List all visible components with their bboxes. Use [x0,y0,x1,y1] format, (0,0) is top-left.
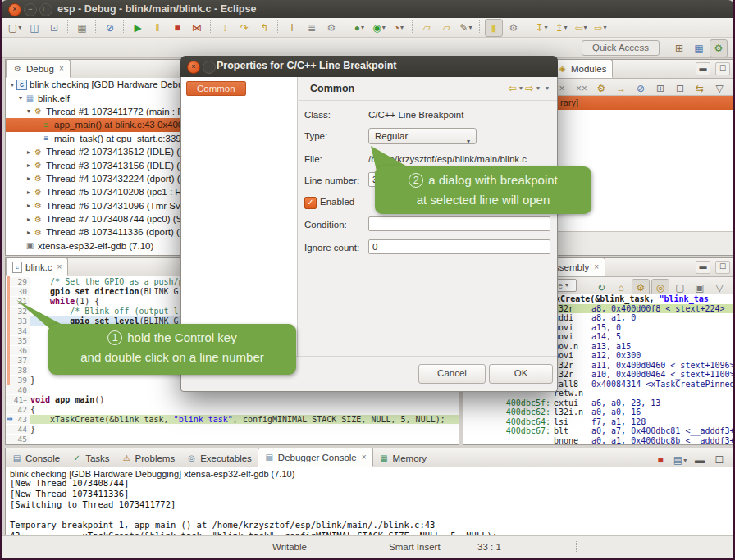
back-button[interactable]: ⇦▾ [572,19,590,37]
tree-expand-arrow[interactable]: ▸ [25,148,33,156]
editor-line-43[interactable]: 43 xTaskCreate(&blink_task, "blink_task"… [6,414,459,424]
tree-expand-arrow[interactable]: ▸ [25,202,33,209]
tab-blink-c[interactable]: c blink.c × [6,257,68,276]
toggle-mark-occurrences-button[interactable]: ▮ [485,19,503,37]
condition-input[interactable] [368,216,550,231]
line-number[interactable]: 41− [6,395,30,404]
close-icon[interactable]: × [594,262,599,271]
tab-console[interactable]: ▤Console [6,449,66,467]
go-to-last-edit-button[interactable]: ↥▾ [552,19,570,37]
fold-marker-icon[interactable]: − [23,397,27,404]
tree-expand-arrow[interactable]: ▸ [25,162,33,169]
view-menu-button[interactable]: ▽ [710,80,728,98]
open-element-button[interactable]: ▱ [418,19,436,37]
minimize-icon[interactable] [203,61,216,74]
external-tools-button[interactable]: ◔▾ [390,19,408,37]
tree-expand-arrow[interactable]: ▸ [25,189,33,196]
maximize-icon[interactable]: ☐ [715,261,730,274]
expand-all-button[interactable]: ⊞ [651,80,669,98]
chevron-down-icon[interactable]: ▾ [565,281,568,289]
maximize-icon[interactable]: ☐ [715,62,730,75]
tab-debugger-console[interactable]: ▤Debugger Console× [258,448,373,467]
go-to-file-button[interactable]: → [612,80,630,98]
editor-line-44[interactable]: 44} [6,424,459,434]
tree-expand-arrow[interactable]: ▾ [8,81,16,89]
link-with-debug-button[interactable]: ⇆ [691,80,709,98]
chevron-down-icon[interactable]: ▾ [519,84,523,92]
tree-expand-arrow[interactable]: ▸ [25,175,33,182]
step-into-button[interactable]: ↓ [216,19,234,37]
close-icon[interactable]: × [362,453,367,462]
open-perspective-button[interactable]: ⊞ [670,39,688,57]
quick-access-button[interactable]: Quick Access [582,40,660,56]
view-menu-icon[interactable]: ▾ [546,84,549,92]
disassembly-line[interactable]: 400dbc67:blta0, a7, 0x400dbc81 <__adddf3… [463,426,733,436]
load-symbols-button[interactable]: ⚙ [592,80,610,98]
remove-all-button[interactable]: ×× [573,80,591,98]
tree-expand-arrow[interactable]: ▸ [25,216,33,223]
disassembly-line[interactable]: 400dbc64:lsif7, a1, 128 [463,417,733,427]
maximize-icon[interactable]: □ [39,3,52,16]
back-arrow-icon[interactable]: ⇦ [508,82,517,94]
minimize-button[interactable]: ▬ [691,451,709,469]
cancel-button[interactable]: Cancel [418,364,486,384]
close-icon[interactable]: × [57,262,62,271]
step-over-button[interactable]: ↷ [235,19,253,37]
forward-button[interactable]: ⇨▾ [591,19,609,37]
instruction-stepping-button[interactable]: i [283,19,301,37]
suspend-button[interactable]: ‖ [148,19,167,37]
terminate-button[interactable]: ■ [168,19,186,37]
minimize-icon[interactable]: ▬ [696,261,710,274]
maximize-button[interactable]: ☐ [710,451,728,469]
open-resource-button[interactable]: ▱ [437,19,455,37]
debug-perspective-button[interactable]: ⚙ [710,39,728,57]
search-button[interactable]: ✎▾ [457,19,475,37]
tab-debug[interactable]: ⚙ Debug × [6,59,71,78]
close-icon[interactable]: × [59,64,64,73]
step-return-button[interactable]: ↰ [255,19,273,37]
line-number[interactable]: 45 [6,435,30,444]
ok-button[interactable]: OK [489,364,553,384]
tab-memory[interactable]: ▦Memory [373,449,433,467]
terminate-button[interactable]: ■ [651,451,669,469]
console-output[interactable]: [New Thread 1073408744] [New Thread 1073… [6,478,733,535]
disassembly-line[interactable]: bnonea0, a1, 0x400dbc8b <__adddf3+ [463,436,733,445]
cpp-perspective-button[interactable]: ▦ [690,39,708,57]
line-number[interactable]: 40 [6,385,30,394]
tab-tasks[interactable]: ✓Tasks [66,449,115,467]
ignore-count-input[interactable] [368,239,550,254]
enabled-checkbox[interactable]: ✓ [304,197,317,209]
resume-button[interactable]: ▶ [129,19,147,37]
tab-executables[interactable]: ◎Executables [180,449,258,467]
tab-problems[interactable]: ⚠Problems [116,449,181,467]
disassembly-line[interactable]: 400dbc5f:extuia6, a0, 23, 13 [463,398,733,408]
collapse-all-button[interactable]: ⊟ [671,80,689,98]
save-button[interactable]: ◫ [25,19,43,37]
skip-all-breakpoints-button[interactable]: ⊘ [101,19,119,37]
display-selected-console-button[interactable]: ▤▾ [671,451,689,469]
save-all-button[interactable]: ⊡ [45,19,63,37]
run-button[interactable]: ◉▾ [370,19,388,37]
close-icon[interactable]: × [8,3,21,16]
editor-line-41[interactable]: 41−void app_main() [6,394,459,404]
tree-expand-arrow[interactable]: ▾ [16,94,25,102]
editor-line-42[interactable]: 42{ [6,404,459,414]
minimize-icon[interactable]: − [24,3,37,16]
line-number[interactable]: 44 [6,425,30,434]
use-step-filters-button[interactable]: ⚙ [322,19,340,37]
tab-modules[interactable]: ◈ Modules [550,59,613,78]
clear-selection-button[interactable]: ⊘ [632,80,650,98]
binary-file-button[interactable]: ▦ [73,19,91,37]
debug-button[interactable]: ●▾ [350,19,368,37]
minimize-icon[interactable]: ▬ [696,62,710,75]
disassembly-line[interactable]: 400dbc62:l32i.na0, a0, 16 [463,407,733,417]
forward-arrow-icon[interactable]: ⇨ [525,82,534,94]
disconnect-button[interactable]: ⋈ [188,19,206,37]
last-edit-location-button[interactable]: ↧▾ [532,19,550,37]
line-number[interactable]: 42 [6,405,30,414]
build-settings-button[interactable]: ⚙ [504,19,523,37]
chevron-down-icon[interactable]: ▾ [536,84,540,92]
nav-item-common[interactable]: Common [186,81,246,96]
close-icon[interactable]: × [187,61,200,74]
show-disassembly-button[interactable]: ≣ [303,19,321,37]
